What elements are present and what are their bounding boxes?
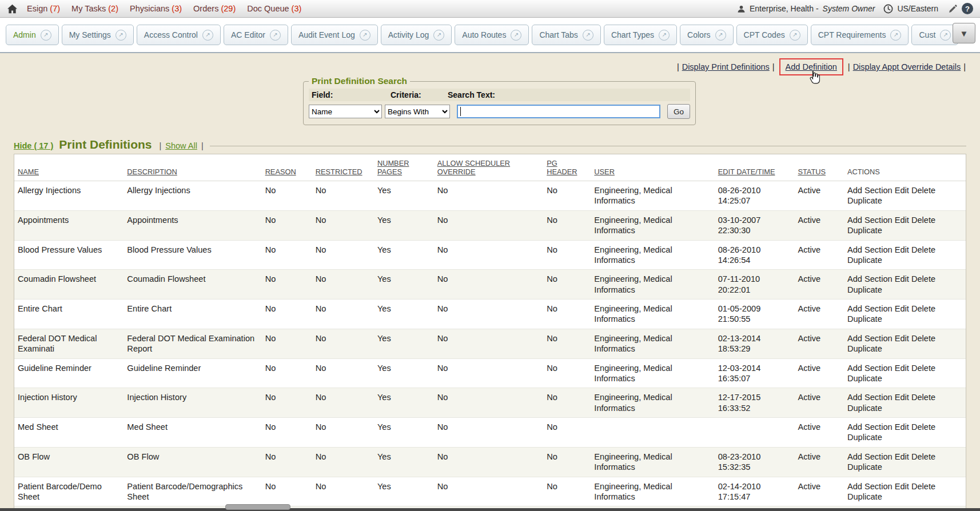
action-add-section-link[interactable]: Add Section: [847, 215, 893, 225]
col-header-reason[interactable]: REASON: [262, 154, 312, 181]
action-edit-link[interactable]: Edit: [895, 452, 909, 461]
action-edit-link[interactable]: Edit: [895, 245, 909, 254]
cell-user: Engineering, Medical Informatics: [591, 388, 714, 418]
action-delete-link[interactable]: Delete: [911, 422, 935, 432]
popout-icon[interactable]: ↗: [360, 30, 371, 41]
home-button[interactable]: [7, 4, 18, 14]
action-duplicate-link[interactable]: Duplicate: [847, 344, 882, 353]
action-delete-link[interactable]: Delete: [911, 452, 935, 461]
tab-activity-log[interactable]: Activity Log↗: [381, 25, 452, 45]
action-duplicate-link[interactable]: Duplicate: [847, 314, 882, 324]
popout-icon[interactable]: ↗: [270, 30, 281, 41]
popout-icon[interactable]: ↗: [41, 30, 51, 41]
popout-icon[interactable]: ↗: [202, 30, 213, 41]
display-appt-override-details-link[interactable]: Display Appt Override Details: [853, 62, 961, 71]
popout-icon[interactable]: ↗: [715, 30, 726, 41]
action-duplicate-link[interactable]: Duplicate: [847, 404, 882, 413]
action-duplicate-link[interactable]: Duplicate: [847, 433, 882, 442]
action-delete-link[interactable]: Delete: [911, 334, 935, 343]
tab-scroll-down-button[interactable]: ▼: [953, 23, 975, 43]
action-edit-link[interactable]: Edit: [895, 482, 909, 491]
action-add-section-link[interactable]: Add Section: [847, 334, 893, 343]
popout-icon[interactable]: ↗: [583, 30, 593, 41]
action-duplicate-link[interactable]: Duplicate: [847, 226, 882, 235]
field-select[interactable]: Name: [309, 105, 382, 118]
show-all-link[interactable]: Show All: [165, 141, 197, 150]
action-delete-link[interactable]: Delete: [911, 304, 935, 313]
col-header-name[interactable]: NAME: [14, 154, 124, 181]
action-delete-link[interactable]: Delete: [911, 364, 935, 373]
action-edit-link[interactable]: Edit: [895, 274, 909, 284]
action-edit-link[interactable]: Edit: [895, 334, 909, 343]
topnav-item-my-tasks[interactable]: My Tasks (2): [71, 4, 118, 13]
action-delete-link[interactable]: Delete: [911, 215, 935, 225]
col-header-edit-date-time[interactable]: EDIT DATE/TIME: [715, 154, 795, 181]
tab-admin[interactable]: Admin↗: [6, 25, 59, 45]
action-add-section-link[interactable]: Add Section: [847, 186, 893, 195]
action-edit-link[interactable]: Edit: [895, 364, 909, 373]
hide-link[interactable]: Hide ( 17 ): [14, 141, 53, 150]
action-duplicate-link[interactable]: Duplicate: [847, 374, 882, 383]
action-delete-link[interactable]: Delete: [911, 393, 935, 402]
topnav-item-doc-queue[interactable]: Doc Queue (3): [247, 4, 301, 13]
tab-cpt-codes[interactable]: CPT Codes↗: [736, 25, 808, 45]
tab-access-control[interactable]: Access Control↗: [137, 25, 221, 45]
popout-icon[interactable]: ↗: [511, 30, 521, 41]
action-duplicate-link[interactable]: Duplicate: [847, 196, 882, 205]
action-add-section-link[interactable]: Add Section: [847, 422, 893, 432]
tab-ac-editor[interactable]: AC Editor↗: [224, 25, 288, 45]
add-definition-link[interactable]: Add Definition: [786, 62, 837, 71]
popout-icon[interactable]: ↗: [940, 30, 951, 41]
tab-audit-event-log[interactable]: Audit Event Log↗: [291, 25, 378, 45]
help-icon[interactable]: ?: [962, 3, 973, 14]
tab-cpt-requirements[interactable]: CPT Requirements↗: [811, 25, 909, 45]
action-duplicate-link[interactable]: Duplicate: [847, 256, 882, 265]
action-duplicate-link[interactable]: Duplicate: [847, 492, 882, 501]
action-edit-link[interactable]: Edit: [895, 186, 909, 195]
col-header-number-pages[interactable]: NUMBER PAGES: [374, 154, 434, 181]
col-header-user[interactable]: USER: [591, 154, 714, 181]
action-edit-link[interactable]: Edit: [895, 215, 909, 225]
topnav-item-physicians[interactable]: Physicians (3): [130, 4, 182, 13]
action-add-section-link[interactable]: Add Section: [847, 304, 893, 313]
tab-colors[interactable]: Colors↗: [680, 25, 733, 45]
col-header-description[interactable]: DESCRIPTION: [124, 154, 261, 181]
topnav-item-orders[interactable]: Orders (29): [193, 4, 236, 13]
action-add-section-link[interactable]: Add Section: [847, 245, 893, 254]
action-add-section-link[interactable]: Add Section: [847, 482, 893, 491]
search-text-input[interactable]: [457, 105, 660, 118]
action-add-section-link[interactable]: Add Section: [847, 452, 893, 461]
topnav-item-esign[interactable]: Esign (7): [27, 4, 60, 13]
col-header-pg-header[interactable]: PG HEADER: [543, 154, 591, 181]
tab-my-settings[interactable]: My Settings↗: [62, 25, 134, 45]
criteria-select[interactable]: Begins With: [385, 105, 450, 118]
go-button[interactable]: Go: [667, 104, 690, 119]
action-delete-link[interactable]: Delete: [911, 186, 935, 195]
tab-cust[interactable]: Cust↗: [911, 25, 958, 45]
col-header-status[interactable]: STATUS: [794, 154, 844, 181]
popout-icon[interactable]: ↗: [115, 30, 126, 41]
action-delete-link[interactable]: Delete: [911, 274, 935, 284]
action-delete-link[interactable]: Delete: [911, 482, 935, 491]
tab-chart-types[interactable]: Chart Types↗: [604, 25, 677, 45]
action-duplicate-link[interactable]: Duplicate: [847, 285, 882, 294]
tab-auto-routes[interactable]: Auto Routes↗: [455, 25, 529, 45]
action-edit-link[interactable]: Edit: [895, 422, 909, 432]
action-duplicate-link[interactable]: Duplicate: [847, 462, 882, 472]
action-add-section-link[interactable]: Add Section: [847, 393, 893, 402]
edit-pencil-icon[interactable]: [948, 4, 958, 14]
horizontal-scrollbar-thumb[interactable]: [225, 504, 290, 510]
action-edit-link[interactable]: Edit: [895, 304, 909, 313]
action-add-section-link[interactable]: Add Section: [847, 274, 893, 284]
action-delete-link[interactable]: Delete: [911, 245, 935, 254]
display-print-definitions-link[interactable]: Display Print Definitions: [682, 62, 770, 71]
action-add-section-link[interactable]: Add Section: [847, 364, 893, 373]
popout-icon[interactable]: ↗: [890, 30, 901, 41]
col-header-restricted[interactable]: RESTRICTED: [312, 154, 374, 181]
popout-icon[interactable]: ↗: [433, 30, 444, 41]
popout-icon[interactable]: ↗: [790, 30, 800, 41]
popout-icon[interactable]: ↗: [659, 30, 670, 41]
action-edit-link[interactable]: Edit: [895, 393, 909, 402]
tab-chart-tabs[interactable]: Chart Tabs↗: [532, 25, 600, 45]
col-header-allow-scheduler-override[interactable]: ALLOW SCHEDULER OVERRIDE: [434, 154, 543, 181]
